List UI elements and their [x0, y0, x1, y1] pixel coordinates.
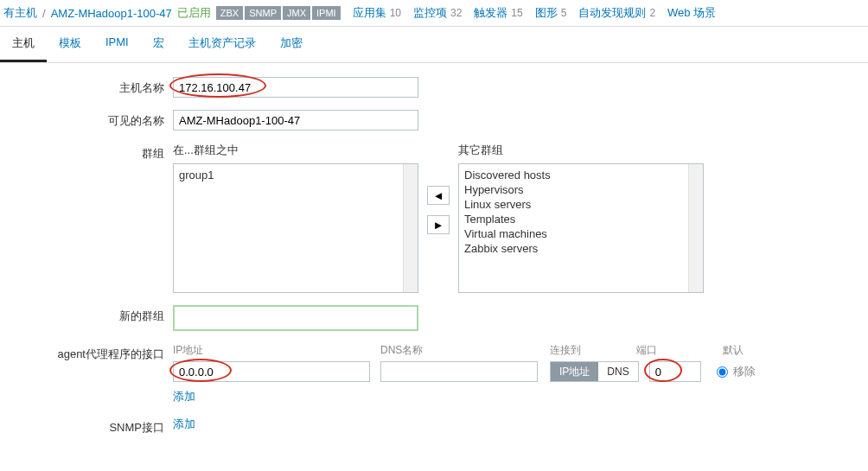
zbx-badge: ZBX [216, 6, 243, 20]
other-groups-label: 其它群组 [458, 143, 704, 158]
move-right-button[interactable]: ► [427, 215, 450, 234]
new-group-label: 新的群组 [0, 305, 173, 324]
all-hosts-link[interactable]: 有主机 [3, 5, 37, 21]
list-item[interactable]: Hypervisors [464, 182, 698, 197]
iface-headers: IP地址 DNS名称 连接到 端口 默认 [173, 343, 868, 358]
iface-row: IP地址 DNS 移除 [173, 361, 868, 382]
nav-triggers-count: 15 [511, 7, 522, 19]
host-form: 主机名称 可见的名称 群组 在...群组之中 group1 [0, 63, 868, 471]
visible-name-label: 可见的名称 [0, 110, 173, 129]
groups-label: 群组 [0, 143, 173, 162]
nav-apps-count: 10 [390, 7, 401, 19]
nav-discovery[interactable]: 自动发现规则 [578, 5, 646, 21]
snmp-add-link[interactable]: 添加 [173, 417, 195, 432]
agent-iface-label: agent代理程序的接口 [0, 343, 173, 362]
in-groups-listbox[interactable]: group1 [173, 163, 418, 293]
nav-triggers[interactable]: 触发器 [474, 5, 507, 21]
new-group-input[interactable] [173, 305, 418, 331]
snmp-badge: SNMP [245, 6, 281, 20]
host-name-link[interactable]: AMZ-MHadoop1-100-47 [51, 7, 172, 20]
nav-items-count: 32 [450, 7, 462, 19]
list-item[interactable]: Templates [464, 212, 698, 226]
scrollbar-icon[interactable] [688, 164, 703, 292]
iface-ip-input[interactable] [173, 361, 370, 382]
iface-add-link[interactable]: 添加 [173, 382, 195, 404]
iface-dns-input[interactable] [380, 361, 538, 382]
proto-badges: ZBX SNMP JMX IPMI [216, 6, 341, 20]
list-item[interactable]: Virtual machines [464, 226, 698, 241]
tab-ipmi[interactable]: IPMI [93, 27, 141, 62]
hostname-input[interactable] [173, 77, 418, 98]
visible-name-input[interactable] [173, 110, 418, 130]
iface-head-dns: DNS名称 [380, 343, 550, 358]
nav-graphs[interactable]: 图形 [535, 5, 558, 21]
snmp-iface-label: SNMP接口 [0, 417, 173, 436]
tab-encrypt[interactable]: 加密 [268, 27, 315, 62]
in-groups-label: 在...群组之中 [173, 143, 418, 158]
page-header: 有主机 / AMZ-MHadoop1-100-47 已启用 ZBX SNMP J… [0, 0, 868, 27]
connect-segment: IP地址 DNS [550, 361, 639, 382]
list-item[interactable]: Zabbix servers [464, 241, 698, 256]
nav-items[interactable]: 监控项 [413, 5, 447, 21]
iface-head-ip: IP地址 [173, 343, 380, 358]
nav-apps[interactable]: 应用集 [353, 5, 386, 21]
jmx-badge: JMX [283, 6, 310, 20]
connect-ip-button[interactable]: IP地址 [551, 362, 598, 381]
iface-head-connect: 连接到 [550, 343, 636, 358]
header-navlinks: 应用集10 监控项32 触发器15 图形5 自动发现规则2 Web 场景 [353, 5, 717, 21]
tab-templates[interactable]: 模板 [47, 27, 93, 62]
iface-port-input[interactable] [649, 361, 701, 382]
tabs: 主机 模板 IPMI 宏 主机资产记录 加密 [0, 27, 868, 63]
iface-default-radio[interactable] [717, 366, 728, 378]
tab-macros[interactable]: 宏 [141, 27, 176, 62]
scrollbar-icon[interactable] [403, 164, 418, 292]
nav-graphs-count: 5 [561, 7, 567, 19]
tab-inventory[interactable]: 主机资产记录 [176, 27, 268, 62]
list-item[interactable]: Linux servers [464, 197, 698, 212]
breadcrumb-sep: / [42, 7, 46, 20]
connect-dns-button[interactable]: DNS [598, 362, 637, 381]
ipmi-badge: IPMI [312, 6, 341, 20]
tab-host[interactable]: 主机 [0, 27, 47, 62]
move-left-button[interactable]: ◄ [427, 186, 450, 205]
iface-head-port: 端口 [636, 343, 723, 358]
other-groups-listbox[interactable]: Discovered hosts Hypervisors Linux serve… [458, 163, 704, 293]
iface-remove-link[interactable]: 移除 [733, 364, 756, 379]
nav-web[interactable]: Web 场景 [667, 5, 716, 21]
list-item[interactable]: group1 [179, 168, 412, 182]
nav-discovery-count: 2 [649, 7, 655, 19]
status-badge: 已启用 [177, 5, 211, 21]
list-item[interactable]: Discovered hosts [464, 168, 698, 182]
hostname-label: 主机名称 [0, 77, 173, 96]
iface-head-default: 默认 [723, 343, 775, 358]
